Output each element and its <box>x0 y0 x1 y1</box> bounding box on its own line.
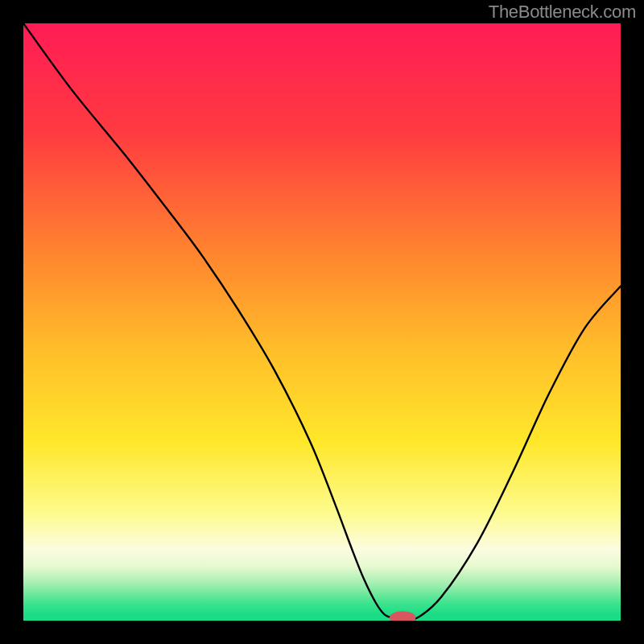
chart-background <box>23 23 621 621</box>
attribution-text: TheBottleneck.com <box>489 2 636 23</box>
bottleneck-chart <box>23 23 621 621</box>
plot-area <box>23 23 621 621</box>
